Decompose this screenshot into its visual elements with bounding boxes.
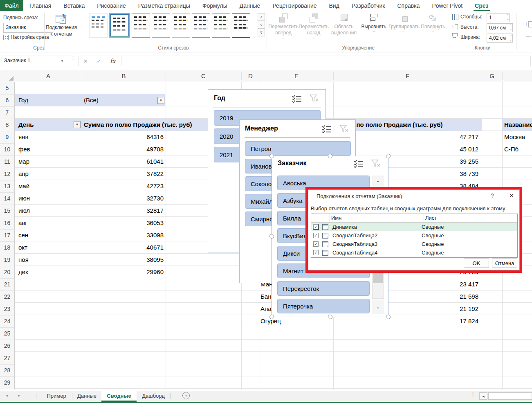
add-sheet-button[interactable]: + — [182, 392, 190, 399]
value-cell[interactable]: 32730 — [102, 192, 164, 205]
row-header[interactable]: 28 — [0, 364, 14, 377]
month-cell[interactable]: фев — [18, 143, 30, 155]
month-cell[interactable]: янв — [18, 131, 28, 143]
clear-filter-icon[interactable] — [309, 95, 319, 104]
tab-help[interactable]: Справка — [391, 0, 426, 11]
month-cell[interactable]: май — [18, 180, 29, 192]
tab-data[interactable]: Данные — [233, 0, 267, 11]
clear-filter-icon[interactable] — [339, 125, 349, 135]
h-scroll-left-button[interactable]: ◂ — [479, 392, 487, 400]
dialog-close-button[interactable]: ✕ — [507, 192, 516, 199]
gallery-up-button[interactable]: ∧ — [258, 13, 265, 21]
sheet-tab-dashbord[interactable]: Дашборд — [137, 391, 170, 401]
value-cell[interactable]: 21 192 — [417, 303, 478, 315]
multiselect-icon[interactable] — [322, 125, 332, 135]
month-cell[interactable]: дек — [18, 266, 28, 278]
tab-developer[interactable]: Разработчик — [346, 0, 391, 11]
value-cell[interactable]: 64316 — [102, 131, 164, 143]
month-cell[interactable]: июн — [18, 192, 30, 205]
tab-review[interactable]: Рецензирование — [266, 0, 323, 11]
dialog-row-dynamika[interactable]: ✓ Динамика Сводные — [311, 223, 517, 231]
month-cell[interactable]: окт — [18, 241, 27, 254]
value-cell[interactable]: 49708 — [102, 143, 164, 155]
group-button[interactable]: Группировать ⌄ — [388, 13, 419, 45]
tab-formulas[interactable]: Формулы — [196, 0, 233, 11]
fx-icon[interactable]: fx — [110, 58, 115, 64]
slicer-scroll-up-button[interactable]: ⌃ — [372, 176, 384, 189]
value-cell[interactable]: 47 217 — [417, 131, 478, 143]
row-header[interactable]: 15 — [0, 205, 14, 217]
resize-handle[interactable] — [328, 315, 332, 319]
value-cell[interactable]: 33098 — [102, 229, 164, 241]
col-header-e[interactable]: E — [260, 70, 333, 82]
col-header-b[interactable]: B — [82, 70, 166, 82]
row-header[interactable]: 29 — [0, 376, 14, 389]
tabbar-splitter[interactable]: ⋮ — [470, 393, 476, 396]
selection-pane-button[interactable]: ➤ Область выделения — [329, 13, 359, 45]
value-cell[interactable]: 29960 — [102, 266, 164, 278]
resize-handle[interactable] — [269, 154, 274, 158]
value-cell[interactable]: 36053 — [102, 217, 164, 229]
send-backward-button[interactable]: Переместить назад ⌄ — [299, 13, 329, 45]
month-cell[interactable]: июл — [18, 205, 30, 217]
resize-handle[interactable] — [328, 154, 332, 158]
tab-insert[interactable]: Вставка — [57, 0, 91, 11]
slicer-style-green[interactable] — [212, 13, 230, 38]
dialog-row-pivot4[interactable]: ✓ СводнаяТаблица4 Сводные — [311, 248, 517, 257]
city-cell[interactable]: Москва — [504, 131, 525, 143]
slicer-style-yellow[interactable] — [172, 13, 190, 38]
row-header[interactable]: 23 — [0, 303, 14, 315]
col-header-c[interactable]: C — [166, 70, 241, 82]
row-header[interactable]: 11 — [0, 155, 14, 168]
slicer-style-orange[interactable] — [132, 13, 150, 38]
slicer-item-pyaterochka[interactable]: Пятерочка — [277, 299, 370, 313]
value-cell[interactable]: 40671 — [102, 241, 164, 254]
slicer-item-avoska[interactable]: Авоська — [277, 176, 370, 190]
filter-dropdown-button[interactable]: ▼ — [157, 97, 164, 104]
value-cell[interactable]: 38 739 — [417, 168, 478, 180]
sheet-tab-primer[interactable]: Пример — [41, 391, 72, 401]
name-box-dropdown-icon[interactable]: ▼ — [61, 59, 64, 63]
slicer-style-grey[interactable] — [152, 13, 170, 38]
col-header-g[interactable]: G — [482, 70, 502, 82]
month-cell[interactable]: сен — [18, 229, 28, 241]
value-cell[interactable]: 42723 — [102, 180, 164, 192]
city-cell[interactable]: С-Пб — [504, 143, 519, 155]
row-header[interactable]: 18 — [0, 241, 14, 254]
resize-handle[interactable] — [386, 315, 391, 319]
month-cell[interactable]: апр — [18, 168, 29, 180]
row-header[interactable]: 8 — [0, 119, 14, 131]
col-header-f[interactable]: F — [333, 70, 482, 82]
checkbox-checked[interactable]: ✓ — [313, 241, 319, 247]
row-header[interactable]: 13 — [0, 180, 14, 193]
row-header[interactable]: 21 — [0, 278, 14, 291]
tab-page-layout[interactable]: Разметка страницы — [132, 0, 196, 11]
checkbox-checked[interactable]: ✓ — [313, 250, 319, 255]
slicer-settings-button[interactable]: Настройка среза — [11, 34, 49, 40]
month-cell[interactable]: авг — [18, 217, 27, 229]
height-spinner[interactable]: ⌃⌄ — [508, 24, 513, 31]
row-header[interactable]: 14 — [0, 192, 14, 205]
row-header[interactable]: 7 — [0, 106, 14, 119]
value-cell[interactable]: 32817 — [102, 205, 164, 217]
sheet-nav-left-icon[interactable]: ◂ — [6, 393, 8, 398]
slicer-style-blue-selected[interactable] — [110, 14, 129, 36]
formula-bar-splitter[interactable]: ⋮ — [70, 56, 76, 59]
value-cell[interactable]: 45 012 — [417, 143, 478, 155]
rotate-button[interactable]: ⟳ Повернуть ⌄ — [419, 13, 447, 45]
checkbox-checked[interactable]: ✓ — [313, 233, 319, 238]
value-cell[interactable]: 38095 — [102, 254, 164, 266]
row-header[interactable]: 6 — [0, 94, 14, 107]
tab-home[interactable]: Главная — [23, 0, 57, 11]
sheet-tab-svodnye-active[interactable]: Сводные — [101, 391, 137, 402]
row-header[interactable]: 25 — [0, 327, 14, 340]
row-header[interactable]: 24 — [0, 315, 14, 328]
row-header[interactable]: 16 — [0, 217, 14, 230]
value-cell[interactable]: 39 255 — [417, 155, 478, 168]
row-header[interactable]: 22 — [0, 290, 14, 303]
month-cell[interactable]: мар — [18, 155, 29, 168]
slicer-item-perekrestok[interactable]: Перекресток — [277, 281, 370, 296]
day-filter-button[interactable]: ▼ — [74, 121, 81, 128]
resize-handle[interactable] — [386, 154, 391, 158]
row-header[interactable]: 17 — [0, 229, 14, 242]
